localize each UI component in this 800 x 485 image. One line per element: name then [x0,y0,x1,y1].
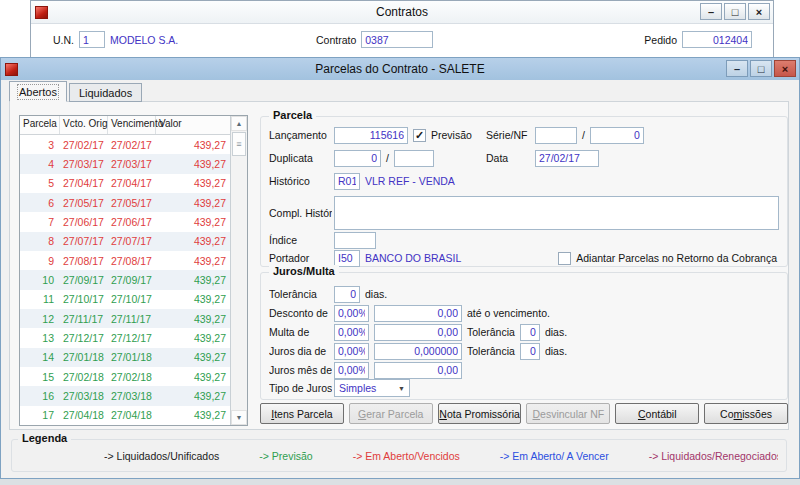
contabil-button[interactable]: Contábil [615,403,699,424]
legend-title: Legenda [18,432,71,444]
duplicata-input-2[interactable] [394,150,434,167]
cell-parcela: 16 [20,390,60,402]
table-row[interactable]: 427/03/1727/03/17439,27 [20,154,230,173]
juros-dia-value-input[interactable] [374,343,462,360]
compl-historico-label: Compl. Histórico [269,207,332,219]
tolerancia-suffix: dias. [365,288,387,300]
cell-valor: 439,27 [156,293,230,305]
cell-parcela: 13 [20,332,60,344]
column-header-1[interactable]: Vcto. Orig [60,116,108,134]
minimize-icon[interactable]: – [700,3,722,20]
tipo-juros-select[interactable]: Simples ▼ [334,379,410,397]
table-row[interactable]: 827/07/1727/07/17439,27 [20,232,230,251]
lancamento-input[interactable] [334,127,408,144]
table-row[interactable]: 1127/10/1727/10/17439,27 [20,290,230,309]
nota-promissoria-button[interactable]: Nota Promissória [438,403,522,424]
cell-parcela: 6 [20,197,60,209]
legend-item: -> Liquidados/Unificados [104,450,219,462]
table-row[interactable]: 1227/11/1727/11/17439,27 [20,309,230,328]
cell-parcela: 10 [20,274,60,286]
table-row[interactable]: 627/05/1727/05/17439,27 [20,193,230,212]
cell-vencimento: 27/11/17 [108,313,156,325]
column-header-2[interactable]: Vencimento [108,116,156,134]
tab-abertos[interactable]: Abertos [9,81,67,102]
maximize-icon[interactable]: □ [724,3,746,20]
scroll-down-icon[interactable]: ▼ [231,410,247,425]
juros-dia-tolerancia-suffix: dias. [545,345,567,357]
contratos-content: U.N. MODELO S.A. Contrato Pedido [31,24,773,57]
desvincular-nf-button[interactable]: Desvincular NF [526,403,610,424]
cell-parcela: 7 [20,216,60,228]
pedido-input[interactable] [682,31,752,48]
table-row[interactable]: 1027/09/1727/09/17439,27 [20,270,230,289]
juros-dia-pct-input[interactable] [334,343,369,360]
close-icon[interactable]: × [748,3,770,20]
tab-liquidados[interactable]: Liquidados [69,83,142,102]
table-row[interactable]: 1627/03/1827/03/18439,27 [20,386,230,405]
gerar-parcela-button[interactable]: Gerar Parcela [349,403,433,424]
cell-vcto-orig: 27/01/18 [60,351,108,363]
legend-group: Legenda -> Liquidados/Unificados-> Previ… [11,439,787,472]
table-row[interactable]: 527/04/1727/04/17439,27 [20,174,230,193]
cell-parcela: 14 [20,351,60,363]
multa-value-input[interactable] [374,324,462,341]
serie-nf-number-input[interactable] [590,127,644,144]
table-row[interactable]: 1727/04/1827/04/18439,27 [20,406,230,425]
un-input[interactable] [79,31,105,48]
scroll-track[interactable] [231,157,247,410]
juros-mes-value-input[interactable] [374,362,462,379]
duplicata-input[interactable] [334,150,381,167]
portador-label: Portador [269,252,332,264]
parcelas-titlebar[interactable]: Parcelas do Contrato - SALETE – □ × [1,58,799,80]
cell-vcto-orig: 27/02/18 [60,371,108,383]
portador-code-input[interactable] [334,250,360,267]
compl-historico-input[interactable] [334,196,779,230]
juros-mes-pct-input[interactable] [334,362,369,379]
table-row[interactable]: 1427/01/1827/01/18439,27 [20,348,230,367]
tolerancia-input[interactable] [334,286,360,303]
multa-tolerancia-input[interactable] [520,324,540,341]
cell-parcela: 8 [20,235,60,247]
tipo-juros-label: Tipo de Juros [269,382,332,394]
cell-vcto-orig: 27/12/17 [60,332,108,344]
cell-vencimento: 27/09/17 [108,274,156,286]
comissoes-button[interactable]: Comissões [704,403,788,424]
column-header-3[interactable]: Valor [156,116,230,134]
juros-dia-tolerancia-input[interactable] [520,343,540,360]
serie-nf-input[interactable] [535,127,577,144]
multa-pct-input[interactable] [334,324,369,341]
desconto-pct-input[interactable] [334,305,369,322]
previsao-checkbox[interactable]: ✓ [413,129,426,142]
un-label: U.N. [53,34,74,46]
scroll-thumb[interactable]: ≡ [232,132,246,156]
table-header: ParcelaVcto. OrigVencimentoValor [20,116,230,135]
cell-vcto-orig: 27/11/17 [60,313,108,325]
contratos-titlebar[interactable]: Contratos – □ × [31,1,773,24]
historico-code-input[interactable] [334,173,360,190]
table-row[interactable]: 327/02/1727/02/17439,27 [20,135,230,154]
tab-label: Abertos [19,86,57,98]
cell-parcela: 4 [20,158,60,170]
table-row[interactable]: 1527/02/1827/02/18439,27 [20,367,230,386]
scrollbar[interactable]: ▲ ≡ ▼ [230,116,247,425]
table-row[interactable]: 727/06/1727/06/17439,27 [20,212,230,231]
contrato-input[interactable] [361,31,433,48]
indice-input[interactable] [334,232,376,249]
data-input[interactable] [535,150,599,167]
minimize-icon[interactable]: – [726,60,748,77]
scroll-up-icon[interactable]: ▲ [231,116,247,131]
desconto-value-input[interactable] [374,305,462,322]
table-row[interactable]: 1327/12/1727/12/17439,27 [20,328,230,347]
itens-parcela-button[interactable]: Itens Parcela [260,403,344,424]
cell-valor: 439,27 [156,351,230,363]
cell-valor: 439,27 [156,313,230,325]
close-icon[interactable]: × [774,60,796,77]
abertos-tab-panel: ParcelaVcto. OrigVencimentoValor 327/02/… [9,101,789,430]
cell-vencimento: 27/02/17 [108,139,156,151]
column-header-0[interactable]: Parcela [20,116,60,134]
tolerancia-label: Tolerância [269,288,332,300]
table-row[interactable]: 927/08/1727/08/17439,27 [20,251,230,270]
tab-bar: AbertosLiquidados [9,81,144,102]
adiantar-checkbox[interactable] [558,252,571,265]
maximize-icon[interactable]: □ [750,60,772,77]
